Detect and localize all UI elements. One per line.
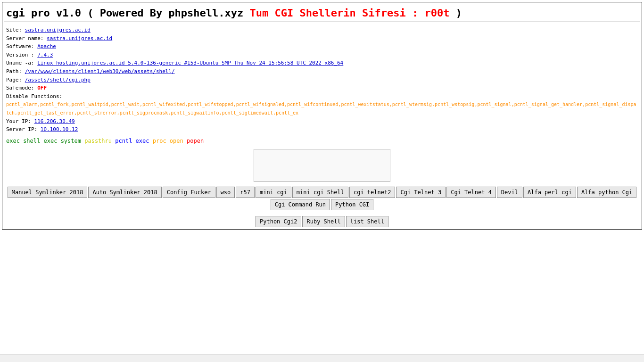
exec-passthru: passthru	[84, 138, 112, 144]
tool-button-cgi-command-run[interactable]: Cgi Command Run	[271, 199, 330, 210]
image-area	[4, 149, 640, 182]
exec-system: system	[61, 138, 81, 144]
software-label: Software:	[6, 43, 34, 49]
exec-status: exec shell_exec system passthru pcntl_ex…	[6, 138, 638, 144]
safemode-label: Safemode:	[6, 85, 34, 91]
your-ip-label: Your IP:	[6, 118, 31, 124]
safemode-value: OFF	[37, 85, 47, 91]
exec-pcntl-exec: pcntl_exec	[115, 138, 149, 144]
exec-exec: exec	[6, 138, 20, 144]
path-label: Path:	[6, 68, 22, 74]
title-suffix: )	[449, 7, 462, 19]
main-container: cgi pro v1.0 ( Powered By phpshell.xyz T…	[2, 2, 642, 230]
tool-button-alfa-perl-cgi[interactable]: Alfa perl cgi	[523, 187, 576, 198]
disable-functions-label: Disable Functions:	[6, 93, 62, 99]
info-section: Site: sastra.unijgres.ac.id Server name:…	[4, 25, 640, 135]
site-label: Site:	[6, 27, 22, 33]
buttons-row2: Python Cgi2Ruby Shelllist Shell	[4, 216, 640, 227]
version-link[interactable]: 7.4.3	[37, 52, 53, 58]
your-ip-row: Your IP: 116.206.30.49	[6, 117, 638, 126]
exec-popen: popen	[187, 138, 204, 144]
exec-proc-open: proc_open	[153, 138, 183, 144]
tool-button-cgi-telnet-4[interactable]: Cgi Telnet 4	[446, 187, 496, 198]
tool-button-list-shell[interactable]: list Shell	[346, 216, 388, 227]
path-row: Path: /var/www/clients/client1/web30/web…	[6, 67, 638, 76]
site-row: Site: sastra.unijgres.ac.id	[6, 26, 638, 34]
software-link[interactable]: Apache	[37, 43, 56, 49]
server-name-link[interactable]: sastra.unijgres.ac.id	[47, 35, 112, 41]
your-ip-link[interactable]: 116.206.30.49	[34, 118, 75, 124]
tool-button-python-cgi2[interactable]: Python Cgi2	[256, 216, 301, 227]
version-row: Version : 7.4.3	[6, 51, 638, 59]
tool-button-mini-cgi[interactable]: mini cgi	[256, 187, 291, 198]
server-name-row: Server name: sastra.unijgres.ac.id	[6, 34, 638, 43]
server-ip-link[interactable]: 10.100.10.12	[41, 126, 78, 132]
uname-link[interactable]: Linux hosting.unijgres.ac.id 5.4.0-136-g…	[37, 60, 343, 66]
server-ip-row: Server IP: 10.100.10.12	[6, 125, 638, 134]
tool-button-mini-cgi-shell[interactable]: mini cgi Shell	[292, 187, 348, 198]
tool-button-ruby-shell[interactable]: Ruby Shell	[302, 216, 345, 227]
uname-row: Uname -a: Linux hosting.unijgres.ac.id 5…	[6, 59, 638, 67]
site-link[interactable]: sastra.unijgres.ac.id	[25, 27, 91, 33]
placeholder-image	[254, 149, 390, 182]
tool-button-r57[interactable]: r57	[236, 187, 255, 198]
software-row: Software: Apache	[6, 42, 638, 51]
tool-button-manuel-symlinker-2018[interactable]: Manuel Symlinker 2018	[8, 187, 88, 198]
tool-button-config-fucker[interactable]: Config Fucker	[163, 187, 215, 198]
server-name-label: Server name:	[6, 35, 43, 41]
buttons-row1: Manuel Symlinker 2018Auto Symlinker 2018…	[4, 187, 640, 215]
tool-button-auto-symlinker-2018[interactable]: Auto Symlinker 2018	[88, 187, 161, 198]
title-highlight: Tum CGI Shellerin Sifresi : r00t	[250, 7, 450, 19]
title-prefix: cgi pro v1.0 ( Powered By phpshell.xyz	[6, 7, 250, 19]
tool-button-devil[interactable]: Devil	[497, 187, 522, 198]
title-bar: cgi pro v1.0 ( Powered By phpshell.xyz T…	[4, 4, 640, 22]
page-label: Page:	[6, 77, 22, 83]
page-link[interactable]: /assets/shell/cgi.php	[25, 77, 91, 83]
tool-button-cgi-telnet-3[interactable]: Cgi Telnet 3	[396, 187, 446, 198]
exec-shell-exec: shell_exec	[23, 138, 57, 144]
disable-functions-row: Disable Functions: pcntl_alarm,pcntl_for…	[6, 92, 638, 117]
tool-button-alfa-python-cgi[interactable]: Alfa python Cgi	[577, 187, 636, 198]
path-link[interactable]: /var/www/clients/client1/web30/web/asset…	[25, 68, 175, 74]
page-row: Page: /assets/shell/cgi.php	[6, 76, 638, 84]
version-label: Version :	[6, 52, 34, 58]
tool-button-wso[interactable]: wso	[216, 187, 235, 198]
disable-functions-value: pcntl_alarm,pcntl_fork,pcntl_waitpid,pcn…	[6, 102, 636, 115]
safemode-row: Safemode: OFF	[6, 84, 638, 92]
tool-button-cgi-telnet2[interactable]: cgi telnet2	[349, 187, 395, 198]
tool-button-python-cgi[interactable]: Python CGI	[331, 199, 373, 210]
server-ip-label: Server IP:	[6, 126, 37, 132]
uname-label: Uname -a:	[6, 60, 34, 66]
